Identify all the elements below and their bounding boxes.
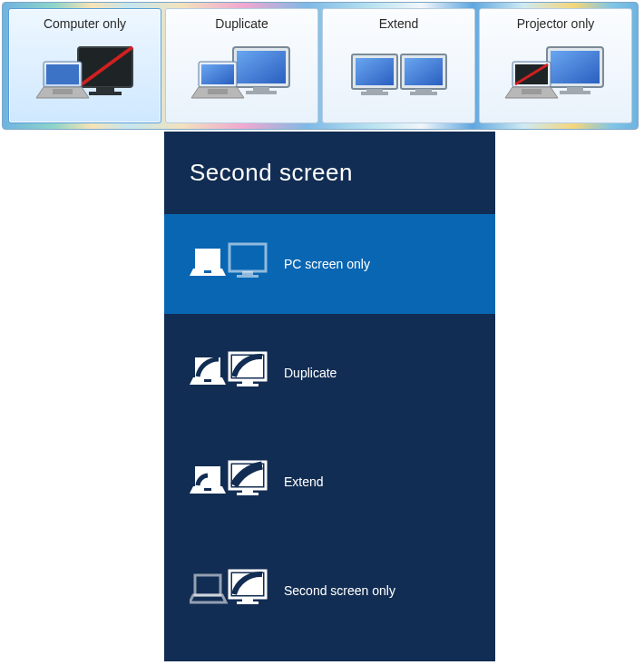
win8-option-label: Second screen only <box>284 583 395 598</box>
win7-option-label: Duplicate <box>215 16 268 31</box>
svg-rect-15 <box>356 58 394 85</box>
svg-rect-40 <box>237 384 259 386</box>
svg-rect-33 <box>242 271 253 275</box>
win8-option-duplicate[interactable]: Duplicate <box>164 323 495 423</box>
win8-option-label: Duplicate <box>284 366 337 380</box>
svg-rect-1 <box>96 87 114 92</box>
win7-option-label: Projector only <box>517 16 595 31</box>
svg-rect-47 <box>195 575 220 595</box>
svg-rect-13 <box>208 89 228 94</box>
svg-rect-30 <box>195 249 220 269</box>
win7-display-switcher: Computer only <box>2 2 639 130</box>
svg-rect-46 <box>237 493 259 495</box>
win8-second-screen-panel: Second screen PC screen only <box>164 132 495 661</box>
svg-rect-10 <box>246 91 277 94</box>
svg-rect-24 <box>567 87 583 91</box>
svg-rect-6 <box>53 89 73 94</box>
svg-rect-5 <box>46 64 79 84</box>
win8-option-label: Extend <box>284 474 324 489</box>
extend-icon <box>190 459 269 504</box>
win7-option-label: Computer only <box>44 16 126 31</box>
svg-rect-45 <box>242 489 253 493</box>
win7-option-computer-only[interactable]: Computer only <box>8 8 161 123</box>
svg-rect-17 <box>361 92 388 95</box>
svg-rect-12 <box>201 64 234 84</box>
pc-screen-only-icon <box>190 241 269 287</box>
svg-rect-42 <box>204 488 211 491</box>
second-screen-only-icon <box>190 568 269 613</box>
svg-rect-51 <box>237 601 259 604</box>
svg-rect-9 <box>253 87 269 91</box>
svg-rect-21 <box>410 92 437 95</box>
svg-rect-32 <box>229 244 266 271</box>
panel-title: Second screen <box>190 159 495 187</box>
win8-option-pc-screen-only[interactable]: PC screen only <box>164 214 495 314</box>
svg-rect-31 <box>204 270 211 273</box>
svg-rect-23 <box>551 51 600 83</box>
svg-rect-25 <box>560 91 590 94</box>
svg-rect-36 <box>204 379 211 382</box>
svg-rect-16 <box>366 89 383 92</box>
win8-option-extend[interactable]: Extend <box>164 432 495 532</box>
duplicate-icon <box>190 350 269 396</box>
duplicate-icon <box>174 38 310 109</box>
win7-option-projector-only[interactable]: Projector only <box>479 8 632 123</box>
svg-rect-50 <box>242 598 253 601</box>
win7-option-duplicate[interactable]: Duplicate <box>165 8 318 123</box>
svg-rect-39 <box>242 380 253 384</box>
svg-rect-19 <box>405 58 443 85</box>
win8-option-label: PC screen only <box>284 257 370 271</box>
svg-rect-34 <box>237 275 259 278</box>
projector-only-icon <box>488 38 624 109</box>
svg-rect-29 <box>522 89 542 94</box>
win8-option-second-screen-only[interactable]: Second screen only <box>164 541 495 641</box>
extend-icon <box>331 38 467 109</box>
svg-rect-8 <box>237 51 286 83</box>
svg-rect-20 <box>415 89 432 92</box>
svg-rect-2 <box>89 92 122 95</box>
computer-only-icon <box>17 38 153 109</box>
win7-option-label: Extend <box>379 16 419 31</box>
win7-option-extend[interactable]: Extend <box>322 8 475 123</box>
